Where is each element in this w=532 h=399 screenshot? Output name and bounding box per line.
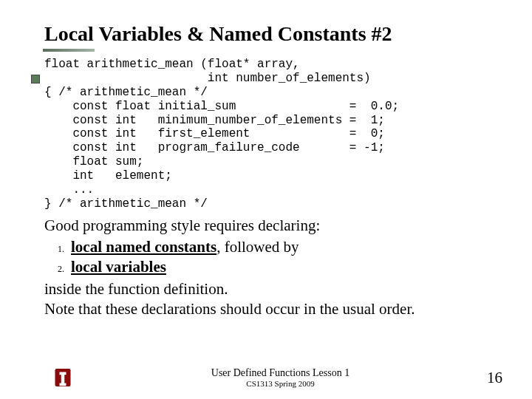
- outro-line-2: Note that these declarations should occu…: [44, 299, 495, 319]
- footer-line-2: CS1313 Spring 2009: [74, 379, 487, 388]
- intro-line: Good programming style requires declarin…: [44, 216, 495, 236]
- slide-title: Local Variables & Named Constants #2: [44, 22, 495, 46]
- title-underline: [43, 49, 95, 52]
- list-item-tail: , followed by: [216, 238, 299, 256]
- bullet-square: [31, 75, 40, 83]
- list-item: local variables: [66, 257, 495, 277]
- body-text: Good programming style requires declarin…: [44, 216, 495, 319]
- footer-line-1: User Defined Functions Lesson 1: [74, 367, 487, 379]
- code-block: float arithmetic_mean (float* array, int…: [44, 58, 495, 211]
- list-item: local named constants, followed by: [66, 237, 495, 257]
- footer-text: User Defined Functions Lesson 1 CS1313 S…: [74, 367, 487, 388]
- list-item-term: local variables: [71, 258, 166, 276]
- list-item-term: local named constants: [71, 238, 216, 256]
- university-logo: [52, 366, 74, 389]
- outro-line-1: inside the function definition.: [44, 279, 495, 299]
- page-number: 16: [487, 369, 502, 387]
